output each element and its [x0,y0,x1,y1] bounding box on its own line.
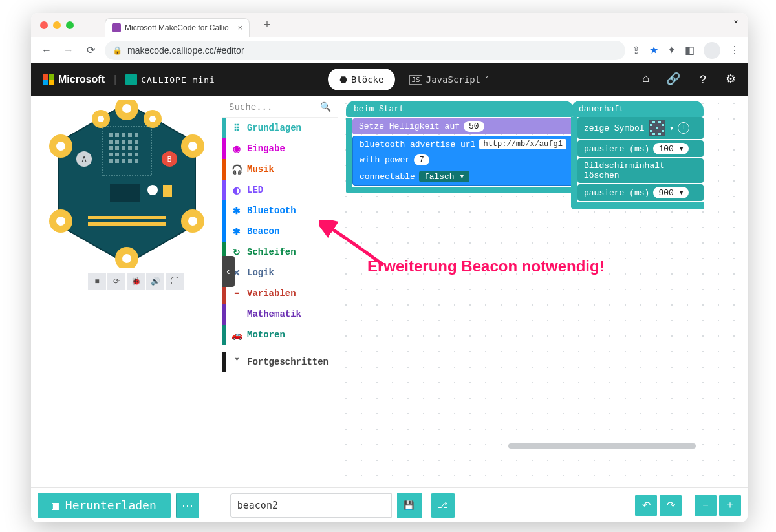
github-button[interactable]: ⎇ [431,493,455,518]
svg-point-2 [122,104,131,113]
show-icon-block[interactable]: zeige Symbol ▾ + [577,117,704,139]
svg-rect-25 [122,140,125,144]
svg-rect-47 [88,216,166,219]
editor-mode-toggle: ⬣ Blöcke JS JavaScript ˅ [328,69,501,90]
window-close[interactable] [40,21,48,29]
svg-point-50 [147,185,158,195]
search-icon: 🔍 [320,101,331,112]
nav-fwd-icon[interactable]: → [61,43,76,58]
project-name-input[interactable] [230,493,392,518]
browser-tab[interactable]: Microsoft MakeCode for Callio × [105,18,250,37]
profile-avatar[interactable] [704,42,720,59]
on-start-block[interactable]: beim Start Setze Helligkeit auf 50 bluet… [346,101,574,193]
category-grundlagen[interactable]: ⠿Grundlagen [222,118,338,138]
category-advanced[interactable]: ˅ Fortgeschritten [222,352,338,372]
category-motoren[interactable]: 🚗Motoren [222,325,338,345]
category-schleifen[interactable]: ↻Schleifen [222,242,338,262]
svg-rect-49 [110,184,140,202]
category-eingabe[interactable]: ◉Eingabe [222,138,338,159]
download-icon: ▣ [52,498,59,512]
pause2-value[interactable]: 900 ▾ [653,187,689,198]
kebab-menu-icon[interactable]: ⋮ [729,44,740,56]
download-options-button[interactable]: ⋯ [176,493,199,518]
window-zoom[interactable] [66,21,74,29]
bt-power-value[interactable]: 7 [414,154,429,165]
set-brightness-block[interactable]: Setze Helligkeit auf 50 [352,118,574,134]
category-icon: 🎧 [232,164,242,175]
sidepanel-icon[interactable]: ◧ [685,44,695,56]
category-icon: ◐ [232,185,242,195]
help-icon[interactable]: ？ [697,72,709,87]
pause-block-2[interactable]: pausiere (ms) 900 ▾ [577,184,704,201]
pause1-value[interactable]: 100 ▾ [653,143,689,154]
toolbox-search[interactable]: Suche... 🔍 [222,96,338,118]
svg-rect-36 [128,153,132,156]
dropdown-icon[interactable]: ▾ [669,123,674,133]
js-mode-button[interactable]: JS JavaScript ˅ [398,69,501,90]
category-variablen[interactable]: ≡Variablen [222,283,338,304]
tab-close-icon[interactable]: × [238,23,242,32]
tab-title: Microsoft MakeCode for Callio [125,23,229,32]
sim-stop-button[interactable]: ■ [88,273,106,290]
search-placeholder: Suche... [229,101,272,112]
bt-url-input[interactable]: http://mb/x/aufg1 [479,139,566,149]
bookmark-star-icon[interactable]: ★ [649,44,658,56]
sim-fullscreen-button[interactable]: ⛶ [166,273,184,290]
bt-connectable-dropdown[interactable]: falsch ▾ [419,171,469,182]
sim-restart-button[interactable]: ⟳ [107,273,125,290]
mac-titlebar: Microsoft MakeCode for Callio × + ˅ [31,13,748,37]
on-start-hat: beim Start [346,101,574,117]
svg-rect-29 [115,146,119,150]
new-tab-button[interactable]: + [264,18,271,32]
pause-block-1[interactable]: pausiere (ms) 100 ▾ [577,140,704,157]
url-text: makecode.calliope.cc/#editor [127,45,244,56]
category-label: Eingabe [247,144,285,154]
svg-rect-30 [122,146,125,150]
horizontal-scrollbar[interactable] [508,443,696,449]
category-icon: ✱ [232,226,242,237]
microsoft-logo[interactable]: Microsoft [43,74,105,85]
brightness-value[interactable]: 50 [464,121,484,132]
tabs-dropdown-icon[interactable]: ˅ [733,19,738,31]
add-param-button[interactable]: + [678,122,689,134]
home-icon[interactable]: ⌂ [642,72,649,87]
blocks-workspace[interactable]: beim Start Setze Helligkeit auf 50 bluet… [338,96,748,487]
extensions-icon[interactable]: ✦ [667,44,676,56]
download-button[interactable]: ▣ Herunterladen [38,493,171,518]
led-pattern[interactable] [649,120,665,136]
url-bar[interactable]: 🔒 makecode.calliope.cc/#editor [105,41,625,60]
svg-rect-42 [135,159,138,163]
zoom-in-button[interactable]: ＋ [719,495,741,516]
nav-back-icon[interactable]: ← [39,43,54,58]
category-led[interactable]: ◐LED [222,180,338,200]
category-musik[interactable]: 🎧Musik [222,159,338,180]
microsoft-label: Microsoft [58,74,105,85]
share-project-icon[interactable]: 🔗 [666,72,680,87]
save-button[interactable]: 💾 [397,493,422,518]
category-logik[interactable]: ✕Logik [222,262,338,283]
category-bluetooth[interactable]: ✱Bluetooth [222,200,338,221]
svg-point-6 [188,217,197,226]
reload-icon[interactable]: ⟳ [83,43,98,58]
redo-button[interactable]: ↷ [660,495,682,516]
calliope-board[interactable]: A B [43,100,211,268]
sim-debug-button[interactable]: 🐞 [127,273,145,290]
calliope-logo[interactable]: CALLIOPE mini [125,74,215,85]
collapse-simulator-handle[interactable]: ‹ [222,256,235,287]
bluetooth-advertise-block[interactable]: bluetooth advertise url http://mb/x/aufg… [352,136,574,186]
blocks-mode-button[interactable]: ⬣ Blöcke [328,69,396,90]
undo-button[interactable]: ↶ [635,495,657,516]
share-icon[interactable]: ⇪ [632,44,640,56]
clear-screen-block[interactable]: Bildschirminhalt löschen [577,158,704,183]
category-mathematik[interactable]: Mathematik [222,304,338,325]
category-label: Variablen [247,288,296,299]
svg-rect-31 [128,146,132,150]
settings-gear-icon[interactable]: ⚙ [726,72,736,87]
category-beacon[interactable]: ✱Beacon [222,221,338,242]
forever-block[interactable]: dauerhaft zeige Symbol ▾ + [571,101,704,209]
zoom-out-button[interactable]: − [695,495,717,516]
category-label: Motoren [247,330,285,340]
window-minimize[interactable] [53,21,61,29]
chevron-down-icon: ˅ [484,74,489,85]
sim-audio-button[interactable]: 🔊 [146,273,164,290]
